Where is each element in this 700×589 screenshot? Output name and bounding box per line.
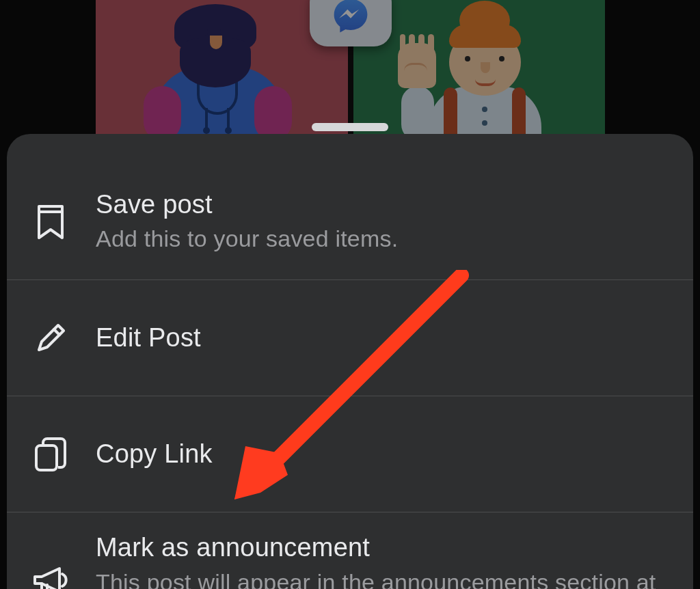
edit-post-title: Edit Post [96, 322, 201, 355]
copy-icon [30, 436, 71, 473]
app-backdrop: Save post Add this to your saved items. … [0, 0, 700, 589]
pencil-icon [30, 321, 71, 355]
save-post-item[interactable]: Save post Add this to your saved items. [7, 164, 693, 280]
save-post-title: Save post [96, 189, 398, 221]
edit-post-item[interactable]: Edit Post [7, 280, 693, 396]
bookmark-icon [30, 204, 71, 241]
save-post-subtitle: Add this to your saved items. [96, 223, 398, 255]
copy-link-title: Copy Link [96, 438, 213, 471]
copy-link-item[interactable]: Copy Link [7, 396, 693, 512]
banner-dim-overlay [96, 0, 605, 134]
svg-rect-0 [36, 446, 57, 470]
sheet-grabber[interactable] [312, 123, 388, 131]
megaphone-icon [30, 564, 71, 589]
mark-announcement-title: Mark as announcement [96, 532, 674, 564]
action-sheet: Save post Add this to your saved items. … [7, 134, 693, 589]
mark-announcement-item[interactable]: Mark as announcement This post will appe… [7, 512, 693, 589]
menu-list: Save post Add this to your saved items. … [7, 134, 693, 589]
mark-announcement-subtitle: This post will appear in the announcemen… [96, 567, 674, 590]
